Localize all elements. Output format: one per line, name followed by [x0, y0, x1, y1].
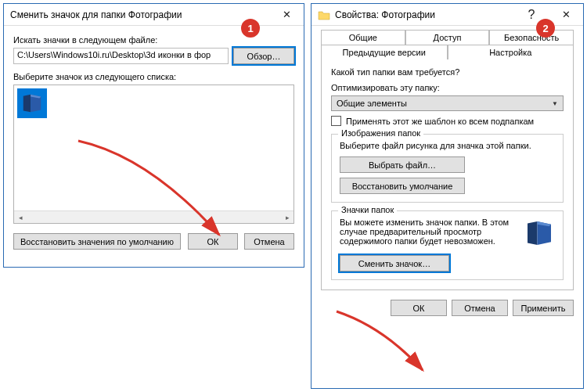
scroll-left-icon[interactable]: ◂: [14, 211, 27, 223]
tab-customize[interactable]: Настройка: [448, 45, 574, 59]
folder-type-question: Какой тип папки вам требуется?: [331, 67, 564, 77]
choose-file-button[interactable]: Выбрать файл…: [340, 156, 465, 173]
window-title: Сменить значок для папки Фотографии: [10, 9, 269, 20]
group-folder-images: Изображения папок Выберите файл рисунка …: [331, 134, 564, 203]
titlebar: Сменить значок для папки Фотографии ✕: [4, 4, 304, 26]
restore-defaults-button[interactable]: Восстановить значения по умолчанию: [13, 233, 181, 250]
folder-image-desc: Выберите файл рисунка для значка этой па…: [340, 141, 555, 150]
icon-preview: [524, 218, 555, 249]
icon-path-input[interactable]: C:\Users\Windows10i.ru\Desktop\3d иконки…: [13, 48, 229, 64]
cancel-button[interactable]: Отмена: [244, 233, 294, 250]
optimize-select[interactable]: Общие элементы ▼: [331, 95, 564, 111]
select-value: Общие элементы: [337, 99, 407, 108]
tab-sharing[interactable]: Доступ: [405, 30, 490, 45]
window-title: Свойства: Фотографии: [335, 9, 514, 20]
dialog-body: Искать значки в следующем файле: C:\User…: [4, 26, 304, 259]
ok-button[interactable]: ОК: [188, 233, 238, 250]
ok-button[interactable]: ОК: [391, 300, 447, 316]
dialog-body: Общие Доступ Безопасность Предыдущие вер…: [312, 26, 583, 324]
scroll-track[interactable]: [27, 211, 281, 223]
tab-strip: Общие Доступ Безопасность Предыдущие вер…: [321, 29, 574, 59]
folder-icon-desc: Вы можете изменить значок папки. В этом …: [340, 218, 555, 246]
tab-content: Какой тип папки вам требуется? Оптимизир…: [321, 59, 574, 290]
browse-button[interactable]: Обзор…: [233, 48, 294, 64]
apply-button[interactable]: Применить: [513, 300, 574, 316]
group-title: Изображения папок: [338, 128, 423, 138]
cancel-button[interactable]: Отмена: [452, 300, 508, 316]
group-folder-icons: Значки папок Вы можете изменить значок п…: [331, 210, 564, 280]
window-controls: ✕: [269, 4, 304, 26]
optimize-label: Оптимизировать эту папку:: [331, 83, 564, 92]
tab-general[interactable]: Общие: [321, 30, 405, 45]
apply-subfolders-row[interactable]: Применять этот же шаблон ко всем подпапк…: [331, 116, 564, 126]
close-icon[interactable]: ✕: [269, 4, 304, 26]
group-title: Значки папок: [338, 205, 397, 214]
icon-item-selected[interactable]: [17, 88, 47, 118]
change-icon-button[interactable]: Сменить значок…: [340, 255, 449, 272]
folder-3d-icon: [20, 92, 44, 115]
horizontal-scrollbar[interactable]: ◂ ▸: [14, 210, 294, 223]
callout-badge-2: 2: [536, 19, 555, 38]
chevron-down-icon: ▼: [552, 100, 558, 107]
properties-dialog: Свойства: Фотографии ? ✕ Общие Доступ Бе…: [311, 3, 584, 389]
callout-badge-1: 1: [241, 19, 260, 38]
folder-3d-icon: [524, 218, 555, 249]
apply-subfolders-label: Применять этот же шаблон ко всем подпапк…: [346, 117, 534, 126]
tab-previous-versions[interactable]: Предыдущие версии: [321, 45, 448, 59]
select-label: Выберите значок из следующего списка:: [13, 72, 294, 81]
folder-icon: [318, 9, 330, 21]
dialog-buttons: ОК Отмена Применить: [313, 295, 582, 324]
restore-default-button[interactable]: Восстановить умолчание: [340, 178, 465, 194]
scroll-right-icon[interactable]: ▸: [281, 211, 294, 223]
tab-security[interactable]: Безопасность: [489, 30, 574, 45]
change-icon-dialog: Сменить значок для папки Фотографии ✕ Ис…: [3, 3, 304, 268]
icon-list[interactable]: ◂ ▸: [13, 85, 294, 224]
close-icon[interactable]: ✕: [549, 4, 583, 26]
apply-subfolders-checkbox[interactable]: [331, 116, 341, 126]
